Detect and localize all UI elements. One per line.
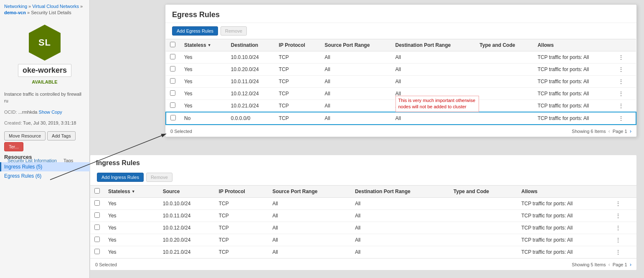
- breadcrumb-demo-vcn[interactable]: demo-vcn: [4, 10, 26, 15]
- ocid-show-link[interactable]: Show: [39, 110, 51, 115]
- ingress-table-row: Yes 10.0.10.0/24 TCP All All TCP traffic…: [90, 198, 636, 210]
- row-type-code: [449, 222, 517, 234]
- egress-selected-count: 0 Selected: [170, 129, 192, 134]
- row-kebab-menu[interactable]: ⋮: [612, 51, 636, 64]
- row-stateless: No: [180, 112, 227, 125]
- sidebar: Networking » Virtual Cloud Networks » de…: [0, 0, 90, 278]
- row-kebab-menu[interactable]: ⋮: [612, 88, 636, 100]
- ingress-table-row: Yes 10.0.20.0/24 TCP All All TCP traffic…: [90, 234, 636, 246]
- ingress-table-row: Yes 10.0.21.0/24 TCP All All TCP traffic…: [90, 246, 636, 258]
- row-kebab-menu[interactable]: ⋮: [612, 76, 636, 88]
- row-ip-protocol: TCP: [215, 198, 268, 210]
- egress-table-footer: 0 Selected Showing 6 Items ‹ Page 1 ›: [165, 125, 636, 137]
- add-tags-button[interactable]: Add Tags: [47, 131, 76, 140]
- terminate-button[interactable]: Ter...: [4, 142, 23, 151]
- row-source-port-range: All: [320, 64, 391, 76]
- ingress-page-label: Page 1: [613, 262, 627, 267]
- row-allows: TCP traffic for ports: All: [517, 234, 609, 246]
- row-checkbox[interactable]: [170, 102, 175, 108]
- ingress-select-all-checkbox[interactable]: [94, 188, 100, 194]
- row-destination: 10.0.20.0/24: [227, 64, 275, 76]
- ingress-prev-page[interactable]: ‹: [608, 261, 610, 268]
- row-kebab-menu[interactable]: ⋮: [609, 222, 636, 234]
- row-checkbox[interactable]: [170, 115, 176, 120]
- ocid-value: ...rmhkda: [18, 110, 38, 115]
- ingress-next-page[interactable]: ›: [630, 261, 631, 268]
- row-source-port-range: All: [320, 76, 391, 88]
- row-checkbox[interactable]: [170, 66, 175, 71]
- row-kebab-menu[interactable]: ⋮: [609, 210, 636, 222]
- created-section: Created: Tue, Jul 30, 2019, 3:31:18: [0, 117, 89, 129]
- row-checkbox[interactable]: [170, 78, 175, 84]
- ingress-section: Ingress Rules Add Ingress Rules Remove S…: [90, 155, 637, 270]
- egress-table-row: Yes 10.0.12.0/24 TCP All All This is ver…: [166, 88, 636, 100]
- row-type-code: [475, 88, 533, 100]
- row-kebab-menu[interactable]: ⋮: [609, 198, 636, 210]
- row-checkbox[interactable]: [94, 200, 100, 206]
- row-kebab-menu[interactable]: ⋮: [612, 64, 636, 76]
- row-source: 10.0.20.0/24: [159, 234, 215, 246]
- breadcrumb: Networking » Virtual Cloud Networks » de…: [0, 0, 89, 20]
- egress-table-row: Yes 10.0.10.0/24 TCP All All TCP traffic…: [166, 51, 636, 64]
- row-dest-port-range: All: [351, 198, 449, 210]
- egress-table-header: Stateless ▼ Destination IP Protocol Sour…: [166, 39, 636, 51]
- egress-table-row: No 0.0.0.0/0 TCP All All TCP traffic for…: [166, 112, 636, 125]
- row-allows: TCP traffic for ports: All: [517, 246, 609, 258]
- ingress-remove-button[interactable]: Remove: [146, 173, 172, 182]
- resource-icon-container: SL oke-workers AVAILABLE: [0, 20, 89, 89]
- row-checkbox[interactable]: [170, 54, 175, 59]
- row-stateless: Yes: [104, 198, 159, 210]
- row-ip-protocol: TCP: [274, 51, 320, 64]
- row-ip-protocol: TCP: [274, 100, 320, 112]
- egress-next-page[interactable]: ›: [630, 128, 631, 134]
- ingress-col-source-port-range: Source Port Range: [268, 186, 351, 198]
- row-checkbox[interactable]: [94, 237, 100, 242]
- row-stateless: Yes: [180, 88, 227, 100]
- row-stateless: Yes: [180, 100, 227, 112]
- add-egress-rules-button[interactable]: Add Egress Rules: [172, 26, 218, 36]
- row-source: 10.0.12.0/24: [159, 222, 215, 234]
- row-stateless: Yes: [180, 51, 227, 64]
- row-checkbox-cell: [90, 246, 104, 258]
- egress-col-allows: Allows: [533, 39, 612, 51]
- row-type-code: [449, 246, 517, 258]
- row-ip-protocol: TCP: [274, 76, 320, 88]
- resource-name: oke-workers: [18, 64, 71, 77]
- row-kebab-menu[interactable]: ⋮: [612, 112, 636, 125]
- egress-panel: Egress Rules Add Egress Rules Remove Sta…: [165, 4, 637, 137]
- ingress-col-stateless[interactable]: Stateless ▼: [104, 186, 159, 198]
- ingress-col-actions: [609, 186, 636, 198]
- row-stateless: Yes: [104, 246, 159, 258]
- egress-panel-title: Egress Rules: [165, 5, 636, 23]
- egress-toolbar: Add Egress Rules Remove: [165, 23, 636, 39]
- move-resource-button[interactable]: Move Resource: [4, 131, 46, 140]
- row-checkbox[interactable]: [94, 249, 100, 254]
- ocid-copy-link[interactable]: Copy: [51, 110, 62, 115]
- row-checkbox-cell: [166, 100, 180, 112]
- row-destination: 10.0.10.0/24: [227, 51, 275, 64]
- row-checkbox[interactable]: [94, 224, 100, 230]
- egress-rules-link[interactable]: Egress Rules (6): [0, 171, 90, 181]
- egress-col-ip-protocol: IP Protocol: [274, 39, 320, 51]
- breadcrumb-vcn[interactable]: Virtual Cloud Networks: [32, 4, 79, 9]
- row-checkbox-cell: [166, 76, 180, 88]
- ingress-rules-link[interactable]: Ingress Rules (5): [0, 162, 90, 171]
- add-ingress-rules-button[interactable]: Add Ingress Rules: [97, 173, 144, 182]
- egress-col-stateless[interactable]: Stateless ▼: [180, 39, 227, 51]
- stateless-dropdown-icon: ▼: [208, 43, 211, 47]
- ingress-selected-count: 0 Selected: [95, 262, 117, 267]
- row-source: 10.0.21.0/24: [159, 246, 215, 258]
- breadcrumb-networking[interactable]: Networking: [4, 4, 27, 9]
- row-kebab-menu[interactable]: ⋮: [609, 234, 636, 246]
- egress-remove-button[interactable]: Remove: [221, 26, 247, 36]
- row-checkbox[interactable]: [94, 212, 100, 218]
- row-kebab-menu[interactable]: ⋮: [612, 100, 636, 112]
- row-dest-port-range: All: [351, 222, 449, 234]
- egress-prev-page[interactable]: ‹: [608, 128, 610, 134]
- row-source-port-range: All: [268, 246, 351, 258]
- row-dest-port-range: All: [351, 246, 449, 258]
- row-checkbox[interactable]: [170, 90, 175, 96]
- egress-select-all-checkbox[interactable]: [170, 42, 175, 47]
- row-kebab-menu[interactable]: ⋮: [609, 246, 636, 258]
- row-dest-port-range: All: [351, 234, 449, 246]
